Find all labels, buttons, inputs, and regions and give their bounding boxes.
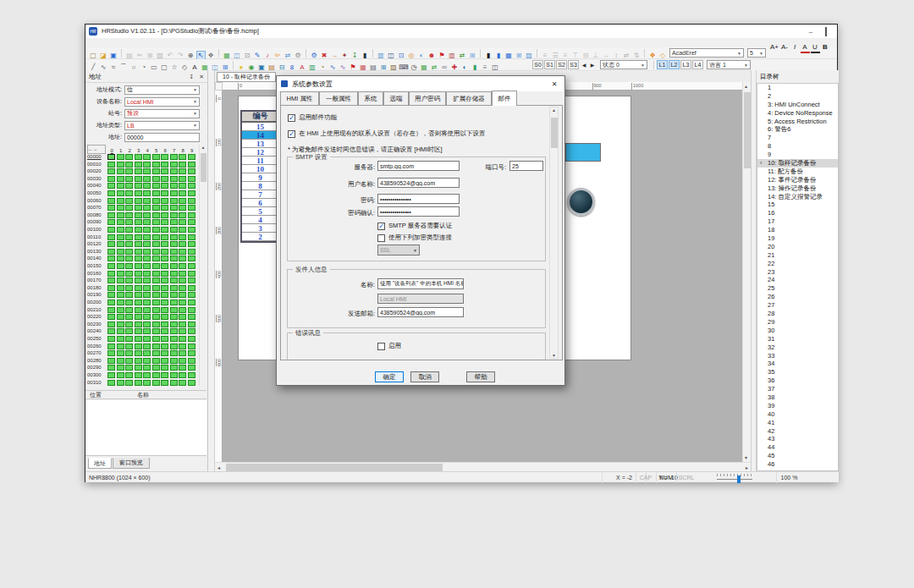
tree-item[interactable]: 4: Device NoResponse — [757, 109, 838, 118]
address-cell[interactable] — [135, 336, 142, 342]
address-cell[interactable] — [117, 198, 124, 204]
address-cell[interactable] — [143, 358, 151, 364]
address-cell[interactable] — [161, 249, 168, 255]
address-cell[interactable] — [179, 212, 186, 218]
address-cell[interactable] — [161, 234, 168, 240]
address-cell[interactable] — [188, 336, 195, 342]
address-cell[interactable] — [170, 168, 178, 174]
tree-item[interactable]: 13: 操作记录备份 — [757, 184, 838, 193]
scroll-right-icon[interactable]: ▸ — [746, 464, 748, 470]
address-cell[interactable] — [143, 343, 151, 349]
zoom-slider[interactable] — [717, 472, 752, 483]
address-cell[interactable] — [170, 241, 178, 247]
address-cell[interactable] — [135, 299, 142, 305]
address-cell[interactable] — [152, 190, 160, 196]
address-cell[interactable] — [117, 278, 124, 283]
address-cell[interactable] — [107, 358, 115, 364]
address-cell[interactable] — [107, 234, 115, 240]
tree-item[interactable]: 22 — [757, 260, 838, 268]
address-cell[interactable] — [117, 365, 124, 371]
address-cell[interactable] — [161, 328, 168, 334]
table-row[interactable]: 3 — [242, 224, 278, 233]
tree-item[interactable]: 5: Access Restriction — [757, 118, 838, 126]
address-cell[interactable] — [170, 380, 178, 386]
address-cell[interactable] — [152, 256, 160, 261]
tree-item[interactable]: 41 — [757, 419, 838, 427]
tree-item[interactable]: 25 — [757, 284, 838, 293]
address-cell[interactable] — [117, 328, 124, 334]
address-cell[interactable] — [125, 241, 133, 247]
address-cell[interactable] — [117, 350, 124, 356]
address-cell[interactable] — [135, 168, 142, 174]
direct-window-icon[interactable]: ◫ — [491, 63, 500, 73]
address-cell[interactable] — [125, 299, 133, 305]
address-cell[interactable] — [107, 343, 115, 349]
address-cell[interactable] — [107, 263, 115, 269]
tree-item[interactable]: 12: 事件记录备份 — [757, 176, 838, 184]
address-cell[interactable] — [143, 154, 151, 160]
address-cell[interactable] — [143, 183, 151, 189]
tree-item[interactable]: 7 — [757, 134, 838, 142]
address-cell[interactable] — [135, 227, 142, 233]
tree-item[interactable]: 17 — [757, 217, 838, 226]
table-row[interactable]: 11 — [242, 157, 278, 165]
address-cell[interactable] — [152, 328, 160, 334]
address-cell[interactable] — [135, 278, 142, 283]
scroll-left-icon[interactable]: ◂ — [217, 464, 220, 470]
address-cell[interactable] — [188, 271, 195, 277]
address-cell[interactable] — [135, 176, 142, 182]
address-cell[interactable] — [143, 278, 151, 283]
address-cell[interactable] — [117, 336, 124, 342]
address-cell[interactable] — [135, 212, 142, 218]
address-cell[interactable] — [161, 365, 168, 371]
address-cell[interactable] — [170, 350, 178, 356]
document-tab[interactable]: 10 - 取样记录备份 — [217, 72, 276, 82]
tree-item[interactable]: 2 — [757, 92, 838, 101]
scroll-down-icon[interactable]: ▾ — [745, 454, 747, 460]
address-cell[interactable] — [179, 227, 186, 233]
address-cell[interactable] — [125, 343, 133, 349]
address-cell[interactable] — [143, 307, 151, 313]
dialog-tab-4[interactable]: 远端 — [383, 91, 409, 105]
address-cell[interactable] — [161, 299, 168, 305]
address-cell[interactable] — [188, 365, 195, 371]
meter-widget-icon[interactable]: ◔ — [318, 63, 328, 73]
address-cell[interactable] — [188, 314, 195, 320]
address-cell[interactable] — [107, 227, 115, 233]
address-cell[interactable] — [117, 314, 124, 320]
address-cell[interactable] — [179, 328, 186, 334]
address-cell[interactable] — [143, 219, 151, 225]
tree-item[interactable]: 30 — [757, 327, 838, 335]
address-cell[interactable] — [161, 350, 168, 356]
address-cell[interactable] — [117, 299, 124, 305]
smtp-server-input[interactable] — [377, 161, 460, 171]
table-row[interactable]: 13 — [242, 140, 278, 148]
state-button-s2[interactable]: S2 — [556, 60, 567, 69]
address-cell[interactable] — [143, 321, 151, 327]
address-cell[interactable] — [107, 336, 115, 342]
address-cell[interactable] — [188, 183, 195, 189]
address-cell[interactable] — [152, 372, 160, 378]
language-combo[interactable]: 语言 1▼ — [707, 60, 751, 69]
address-cell[interactable] — [107, 212, 115, 218]
underline-button[interactable]: U — [811, 43, 820, 53]
address-cell[interactable] — [117, 292, 124, 298]
tree-item[interactable]: 45 — [757, 452, 838, 460]
address-cell[interactable] — [125, 212, 133, 218]
address-cell[interactable] — [107, 205, 115, 211]
address-cell[interactable] — [179, 154, 186, 160]
tree-item[interactable]: 27 — [757, 301, 838, 310]
address-cell[interactable] — [152, 219, 160, 225]
address-cell[interactable] — [152, 321, 160, 327]
state-prev-icon[interactable]: ◀ — [580, 60, 588, 69]
address-cell[interactable] — [143, 314, 151, 320]
tree-item[interactable]: 3: HMI UnConnect — [757, 101, 838, 109]
address-cell[interactable] — [135, 307, 142, 313]
address-cell[interactable] — [107, 162, 115, 168]
table-row[interactable]: 6 — [242, 199, 278, 207]
address-cell[interactable] — [161, 168, 168, 174]
address-cell[interactable] — [117, 372, 124, 378]
address-cell[interactable] — [161, 271, 168, 277]
address-cell[interactable] — [125, 372, 133, 378]
address-cell[interactable] — [135, 154, 142, 160]
